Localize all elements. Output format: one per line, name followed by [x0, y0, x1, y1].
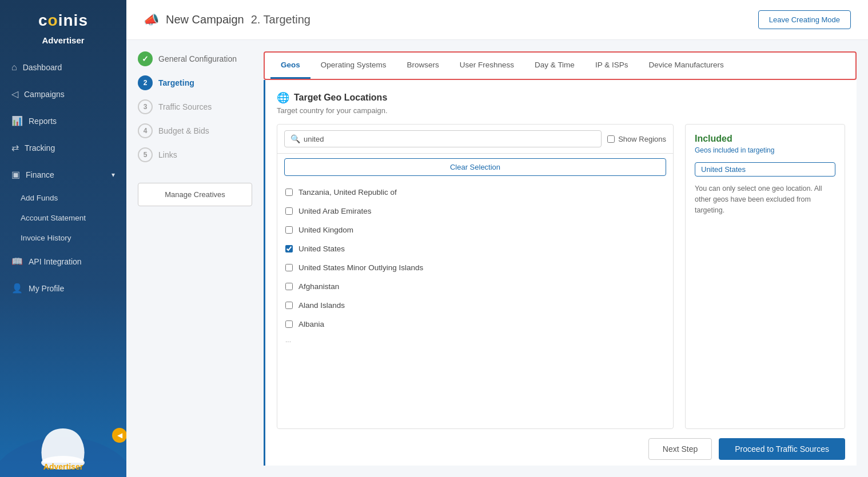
- tab-browsers[interactable]: Browsers: [397, 53, 449, 79]
- chevron-down-icon: ▾: [112, 171, 115, 179]
- sidebar-logo: coinis: [0, 0, 126, 35]
- country-checkbox-us[interactable]: [285, 245, 293, 252]
- sidebar-item-campaigns[interactable]: ◁ Campaigns: [0, 81, 126, 107]
- geo-header: 🌐 Target Geo Locations: [277, 91, 845, 104]
- country-label: Afghanistan: [298, 282, 339, 291]
- tab-ip-isps[interactable]: IP & ISPs: [585, 53, 639, 79]
- step-4-label: Budget & Bids: [158, 126, 209, 135]
- show-regions-checkbox[interactable]: [607, 135, 615, 143]
- next-step-button[interactable]: Next Step: [648, 438, 712, 460]
- country-checkbox-usmi[interactable]: [285, 264, 293, 271]
- targeting-tabs: Geos Operating Systems Browsers User Fre…: [265, 53, 855, 79]
- tab-day-time[interactable]: Day & Time: [524, 53, 585, 79]
- header-left: 📣 New Campaign 2. Targeting: [144, 13, 310, 27]
- sidebar-item-tracking[interactable]: ⇄ Tracking: [0, 134, 126, 161]
- right-panel: Geos Operating Systems Browsers User Fre…: [264, 51, 857, 466]
- sidebar-item-reports[interactable]: 📊 Reports: [0, 107, 126, 134]
- api-icon: 📖: [11, 256, 23, 267]
- country-list: Tanzania, United Republic of United Arab…: [277, 181, 673, 428]
- country-checkbox-uk[interactable]: [285, 226, 293, 234]
- step-5-number: 5: [138, 147, 153, 162]
- tab-user-freshness[interactable]: User Freshness: [449, 53, 524, 79]
- sidebar-item-invoice-history[interactable]: Invoice History: [0, 228, 126, 248]
- leave-creating-mode-button[interactable]: Leave Creating Mode: [758, 10, 851, 29]
- country-item-tanzania[interactable]: Tanzania, United Republic of: [277, 183, 673, 202]
- profile-icon: 👤: [11, 283, 23, 294]
- tracking-icon: ⇄: [11, 142, 19, 153]
- included-tag-us[interactable]: United States: [695, 162, 835, 177]
- sidebar-nav: ⌂ Dashboard ◁ Campaigns 📊 Reports ⇄ Trac…: [0, 54, 126, 459]
- sidebar-item-label: Invoice History: [21, 234, 71, 242]
- sidebar-item-finance[interactable]: ▣ Finance ▾: [0, 161, 126, 188]
- included-panel: Included Geos included in targeting Unit…: [685, 124, 845, 429]
- sidebar-item-label: Campaigns: [24, 90, 65, 99]
- sidebar-item-dashboard[interactable]: ⌂ Dashboard: [0, 54, 126, 81]
- sidebar-item-label: My Profile: [29, 284, 64, 293]
- step-4-budget: 4 Budget & Bids: [138, 123, 252, 138]
- sidebar-toggle-button[interactable]: ◀: [112, 428, 126, 443]
- sidebar-item-label: Finance: [26, 170, 54, 179]
- step-2-number: 2: [138, 75, 153, 90]
- content-area: ✓ General Configuration 2 Targeting 3 Tr…: [126, 40, 868, 477]
- sidebar-item-api-integration[interactable]: 📖 API Integration: [0, 248, 126, 275]
- country-checkbox-afghanistan[interactable]: [285, 283, 293, 290]
- country-checkbox-tanzania[interactable]: [285, 189, 293, 196]
- step-1-general: ✓ General Configuration: [138, 51, 252, 66]
- step-5-label: Links: [158, 150, 177, 159]
- reports-icon: 📊: [11, 115, 23, 126]
- step-4-number: 4: [138, 123, 153, 138]
- show-regions-label: Show Regions: [618, 135, 666, 143]
- sidebar-item-label: Add Funds: [21, 194, 58, 202]
- country-item-uk[interactable]: United Kingdom: [277, 221, 673, 239]
- tab-device-manufacturers[interactable]: Device Manufacturers: [638, 53, 734, 79]
- country-checkbox-albania[interactable]: [285, 320, 293, 328]
- proceed-button[interactable]: Proceed to Traffic Sources: [719, 438, 845, 460]
- tab-geos[interactable]: Geos: [270, 53, 310, 79]
- sidebar: coinis Advertiser ⌂ Dashboard ◁ Campaign…: [0, 0, 126, 477]
- campaign-icon: 📣: [144, 13, 159, 27]
- included-note: You can only select one geo location. Al…: [695, 183, 835, 215]
- sidebar-item-label: API Integration: [29, 257, 82, 266]
- geo-title: Target Geo Locations: [294, 93, 387, 103]
- sidebar-item-add-funds[interactable]: Add Funds: [0, 188, 126, 208]
- globe-icon: 🌐: [277, 91, 289, 104]
- included-title: Included: [695, 134, 835, 144]
- new-campaign-label: New Campaign: [166, 13, 244, 26]
- geo-panel: 🌐 Target Geo Locations Target country fo…: [264, 80, 857, 466]
- show-regions-checkbox-group: Show Regions: [607, 135, 666, 143]
- country-label: Albania: [298, 320, 324, 328]
- country-item-us[interactable]: United States: [277, 239, 673, 258]
- geo-content: 🔍 Show Regions Clear Selection: [277, 124, 845, 429]
- country-item-usmi[interactable]: United States Minor Outlying Islands: [277, 258, 673, 277]
- country-label: United States Minor Outlying Islands: [298, 263, 423, 272]
- tab-operating-systems[interactable]: Operating Systems: [310, 53, 397, 79]
- manage-creatives-button[interactable]: Manage Creatives: [138, 183, 252, 206]
- sidebar-item-label: Dashboard: [23, 63, 62, 72]
- search-icon: 🔍: [290, 134, 300, 143]
- clear-selection-button[interactable]: Clear Selection: [284, 158, 666, 176]
- sidebar-item-my-profile[interactable]: 👤 My Profile: [0, 275, 126, 302]
- step-3-number: 3: [138, 99, 153, 114]
- sidebar-role: Advertiser: [0, 35, 126, 54]
- country-label: United States: [298, 244, 345, 253]
- country-checkbox-aland[interactable]: [285, 302, 293, 309]
- geo-search-row: 🔍 Show Regions: [277, 125, 673, 154]
- step-1-number: ✓: [138, 51, 153, 66]
- country-item-more: ...: [277, 334, 673, 349]
- main-content: 📣 New Campaign 2. Targeting Leave Creati…: [126, 0, 868, 477]
- country-item-albania[interactable]: Albania: [277, 315, 673, 334]
- country-item-uae[interactable]: United Arab Emirates: [277, 202, 673, 221]
- country-checkbox-uae[interactable]: [285, 207, 293, 215]
- included-subtitle: Geos included in targeting: [695, 146, 835, 154]
- country-item-aland[interactable]: Aland Islands: [277, 296, 673, 315]
- geo-search-box[interactable]: 🔍: [284, 130, 602, 147]
- step-3-traffic: 3 Traffic Sources: [138, 99, 252, 114]
- finance-icon: ▣: [11, 169, 20, 180]
- sidebar-item-account-statement[interactable]: Account Statement: [0, 208, 126, 228]
- bottom-actions: Next Step Proceed to Traffic Sources: [277, 429, 845, 466]
- geo-subtitle: Target country for your campaign.: [277, 106, 845, 115]
- country-item-afghanistan[interactable]: Afghanistan: [277, 277, 673, 296]
- geo-search-input[interactable]: [304, 135, 595, 143]
- page-header: 📣 New Campaign 2. Targeting Leave Creati…: [126, 0, 868, 40]
- country-label: Aland Islands: [298, 301, 345, 310]
